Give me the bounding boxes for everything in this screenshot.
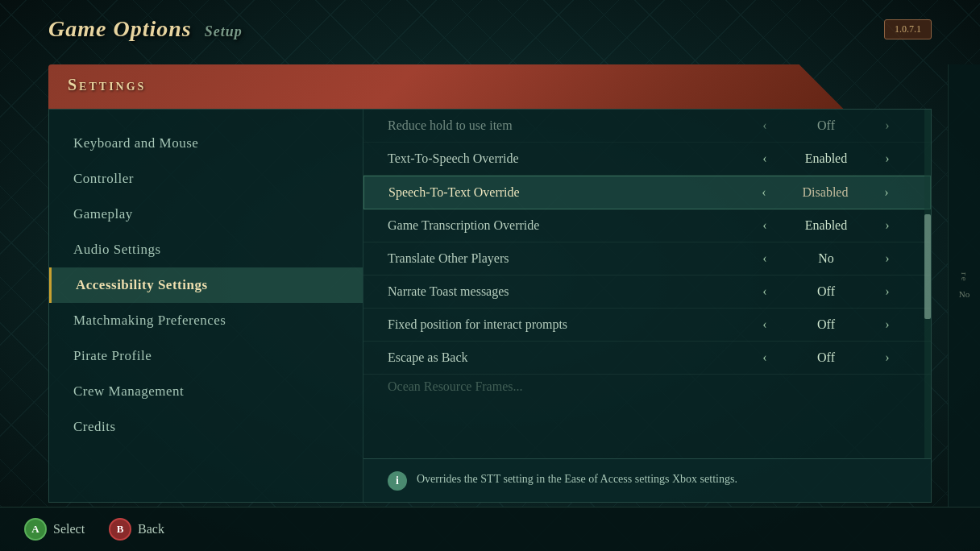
arrow-left-translate-players[interactable]: ‹	[757, 251, 773, 266]
right-label: re	[960, 272, 970, 283]
setting-row-game-transcription: Game Transcription Override ‹ Enabled ›	[363, 209, 931, 242]
right-decoration: re No	[948, 64, 980, 507]
setting-name-fixed-position: Fixed position for interact prompts	[388, 317, 745, 332]
arrow-right-game-transcription[interactable]: ›	[879, 218, 895, 233]
setting-row-reduce-hold: Reduce hold to use item ‹ Off ›	[363, 110, 931, 143]
info-text: Overrides the STT setting in the Ease of…	[417, 470, 737, 487]
setting-name-speech-to-text: Speech-To-Text Override	[388, 185, 745, 200]
info-panel: i Overrides the STT setting in the Ease …	[363, 458, 931, 502]
select-label: Select	[53, 522, 85, 536]
scrollbar-thumb[interactable]	[924, 214, 931, 319]
setting-value-reduce-hold: Off	[786, 118, 866, 133]
sidebar: Keyboard and Mouse Controller Gameplay A…	[49, 110, 363, 502]
arrow-right-narrate-toast[interactable]: ›	[879, 284, 895, 299]
right-value: No	[959, 289, 970, 299]
subtitle: Setup	[205, 23, 243, 39]
sidebar-item-crew-management[interactable]: Crew Management	[49, 374, 363, 409]
sidebar-item-audio[interactable]: Audio Settings	[49, 232, 363, 267]
setting-value-escape-back: Off	[786, 350, 866, 365]
arrow-right-speech-to-text[interactable]: ›	[878, 185, 895, 200]
settings-panel: Settings Keyboard and Mouse Controller G…	[48, 64, 932, 503]
arrow-right-text-to-speech[interactable]: ›	[879, 151, 895, 166]
setting-name-text-to-speech: Text-To-Speech Override	[388, 151, 745, 166]
arrow-left-game-transcription[interactable]: ‹	[757, 218, 773, 233]
arrow-right-escape-back[interactable]: ›	[879, 350, 895, 365]
setting-row-narrate-toast: Narrate Toast messages ‹ Off ›	[363, 276, 931, 309]
main-container: Game Options Setup 1.0.7.1 Settings Keyb…	[0, 0, 980, 551]
sidebar-item-credits[interactable]: Credits	[49, 409, 363, 445]
select-button[interactable]: A Select	[24, 518, 85, 541]
setting-controls-game-transcription: ‹ Enabled ›	[745, 218, 907, 233]
arrow-left-speech-to-text[interactable]: ‹	[756, 185, 772, 200]
setting-row-translate-players: Translate Other Players ‹ No ›	[363, 242, 931, 276]
setting-controls-narrate-toast: ‹ Off ›	[745, 284, 907, 299]
sidebar-item-controller[interactable]: Controller	[49, 161, 363, 197]
setting-row-escape-back: Escape as Back ‹ Off ›	[363, 342, 931, 375]
setting-controls-fixed-position: ‹ Off ›	[745, 317, 907, 332]
right-panel: Reduce hold to use item ‹ Off › Text-To-…	[363, 110, 931, 502]
arrow-left-text-to-speech[interactable]: ‹	[757, 151, 773, 166]
back-button[interactable]: B Back	[109, 518, 164, 541]
setting-name-reduce-hold: Reduce hold to use item	[388, 118, 745, 133]
setting-name-escape-back: Escape as Back	[388, 350, 745, 365]
setting-row-speech-to-text[interactable]: Speech-To-Text Override ‹ Disabled ›	[363, 176, 931, 209]
setting-row-fixed-position: Fixed position for interact prompts ‹ Of…	[363, 309, 931, 342]
setting-name-narrate-toast: Narrate Toast messages	[388, 284, 745, 299]
arrow-right-translate-players[interactable]: ›	[879, 251, 895, 266]
setting-controls-escape-back: ‹ Off ›	[745, 350, 907, 365]
setting-row-text-to-speech: Text-To-Speech Override ‹ Enabled ›	[363, 143, 931, 176]
setting-value-speech-to-text: Disabled	[785, 185, 866, 200]
arrow-left-reduce-hold[interactable]: ‹	[757, 118, 773, 133]
version-badge: 1.0.7.1	[884, 19, 932, 39]
setting-controls-translate-players: ‹ No ›	[745, 251, 907, 266]
back-label: Back	[138, 522, 164, 536]
bottom-bar: A Select B Back	[0, 507, 980, 551]
setting-value-fixed-position: Off	[786, 317, 866, 332]
settings-header: Settings	[48, 64, 932, 109]
arrow-left-escape-back[interactable]: ‹	[757, 350, 773, 365]
setting-value-translate-players: No	[786, 251, 866, 266]
setting-value-narrate-toast: Off	[786, 284, 866, 299]
arrow-left-narrate-toast[interactable]: ‹	[757, 284, 773, 299]
sidebar-item-keyboard-mouse[interactable]: Keyboard and Mouse	[49, 126, 363, 161]
scrollbar-track[interactable]	[924, 110, 931, 458]
setting-value-text-to-speech: Enabled	[786, 151, 866, 166]
partial-row: Ocean Resource Frames...	[363, 375, 931, 399]
setting-name-translate-players: Translate Other Players	[388, 251, 745, 266]
settings-list: Reduce hold to use item ‹ Off › Text-To-…	[363, 110, 931, 458]
arrow-right-reduce-hold[interactable]: ›	[879, 118, 895, 133]
info-icon: i	[388, 471, 407, 491]
sidebar-item-accessibility[interactable]: Accessibility Settings	[49, 267, 363, 303]
setting-name-game-transcription: Game Transcription Override	[388, 218, 745, 233]
content-area: Keyboard and Mouse Controller Gameplay A…	[48, 109, 932, 503]
sidebar-item-pirate-profile[interactable]: Pirate Profile	[49, 338, 363, 374]
arrow-right-fixed-position[interactable]: ›	[879, 317, 895, 332]
game-title: Game Options Setup	[48, 16, 243, 42]
arrow-left-fixed-position[interactable]: ‹	[757, 317, 773, 332]
settings-header-label: Settings	[48, 64, 932, 106]
sidebar-item-gameplay[interactable]: Gameplay	[49, 197, 363, 232]
setting-value-game-transcription: Enabled	[786, 218, 866, 233]
title-bar: Game Options Setup 1.0.7.1	[48, 16, 932, 42]
b-button-icon: B	[109, 518, 131, 541]
setting-controls-text-to-speech: ‹ Enabled ›	[745, 151, 907, 166]
setting-controls-speech-to-text: ‹ Disabled ›	[745, 185, 906, 200]
sidebar-item-matchmaking[interactable]: Matchmaking Preferences	[49, 303, 363, 338]
setting-controls-reduce-hold: ‹ Off ›	[745, 118, 907, 133]
a-button-icon: A	[24, 518, 47, 541]
